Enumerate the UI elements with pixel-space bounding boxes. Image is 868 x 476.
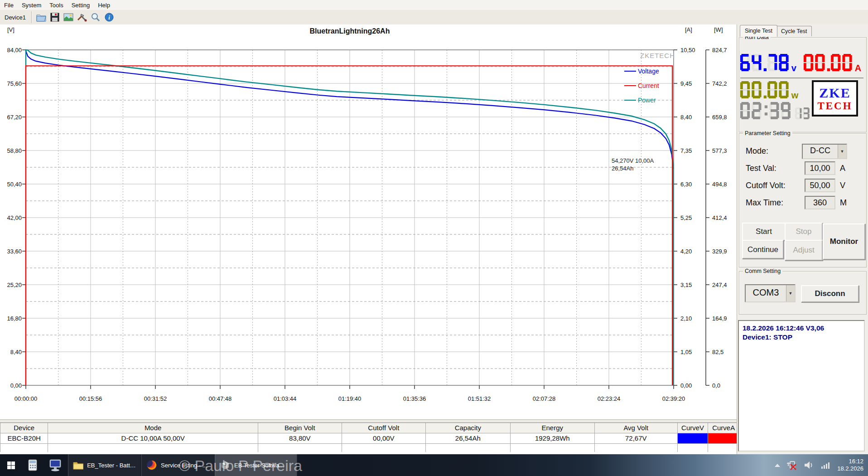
menu-help[interactable]: Help xyxy=(94,1,114,10)
save-icon[interactable] xyxy=(48,11,62,24)
calculator-icon xyxy=(28,459,37,471)
info-icon[interactable]: i xyxy=(102,11,116,24)
power-disconnected-icon[interactable] xyxy=(786,460,797,471)
speaker-icon[interactable] xyxy=(804,461,815,470)
x-axis-time-tick: 02:23:24 xyxy=(593,395,624,402)
mode-select[interactable]: D-CC ▼ xyxy=(802,144,847,159)
legend-item-voltage: Voltage xyxy=(624,64,675,78)
menu-file[interactable]: File xyxy=(0,1,18,10)
y-axis-watt-tick: 82,5 xyxy=(712,349,737,355)
monitor-button[interactable]: Monitor xyxy=(823,223,865,260)
y-axis-volt-tick: 58,80 xyxy=(0,147,22,154)
x-axis-time-tick: 01:35:36 xyxy=(399,395,430,402)
legend-label-current: Current xyxy=(638,82,659,89)
current-line-swatch xyxy=(624,85,636,86)
y-axis-amp-tick: 6,30 xyxy=(680,181,703,188)
toolbar-separator xyxy=(31,11,32,23)
logo-zke-text: ZKE xyxy=(819,86,850,100)
y-axis-volt-tick: 84,00 xyxy=(0,47,22,53)
log-line-1: 18.2.2026 16:12:46 V3,06 xyxy=(743,324,860,333)
y-axis-volt-tick: 42,00 xyxy=(0,214,22,221)
adjust-button[interactable]: Adjust xyxy=(785,240,823,261)
taskbar-button-eb-tester-app[interactable]: EB Tester Softwa... xyxy=(215,454,297,476)
y-axis-amp-tick: 8,40 xyxy=(680,114,703,121)
cell-capacity: 26,54Ah xyxy=(426,433,511,443)
taskbar-button-browser[interactable]: Service listing - ... xyxy=(141,454,215,476)
curve-a-color-swatch xyxy=(708,433,739,443)
parameter-setting-label: Parameter Setting xyxy=(743,130,792,136)
voltage-line-swatch xyxy=(624,71,636,72)
taskbar: EB_Tester - Batte... Service listing - .… xyxy=(0,454,868,476)
tray-clock[interactable]: 16:12 18.2.2026 xyxy=(837,458,863,472)
y-axis-volt-tick: 0,00 xyxy=(0,382,22,389)
tray-time: 16:12 xyxy=(837,458,863,465)
log-line-2: Device1: STOP xyxy=(743,333,860,342)
export-image-icon[interactable] xyxy=(62,11,75,24)
menu-tools[interactable]: Tools xyxy=(45,1,67,10)
x-axis-time-tick: 01:19:40 xyxy=(334,395,365,402)
windows-logo-icon xyxy=(7,461,15,469)
y-axis-volt-tick: 67,20 xyxy=(0,114,22,121)
network-signal-icon[interactable] xyxy=(821,461,831,469)
chart-legend: ZKETECH Voltage Current Power xyxy=(624,52,675,107)
tab-single-test[interactable]: Single Test xyxy=(740,25,777,37)
device-label: Device1 xyxy=(0,14,30,21)
comm-setting-label: Comm Setting xyxy=(743,268,782,274)
menu-system[interactable]: System xyxy=(18,1,45,10)
tray-expand-icon[interactable] xyxy=(775,464,780,467)
log-box[interactable]: 18.2.2026 16:12:46 V3,06 Device1: STOP xyxy=(738,320,865,452)
y-axis-volt-tick: 8,40 xyxy=(0,349,22,355)
calculator-taskbar-icon[interactable] xyxy=(22,454,43,476)
power-display: w xyxy=(740,81,798,100)
start-button-windows[interactable] xyxy=(0,454,22,476)
test-val-input[interactable]: 10,00 xyxy=(805,161,835,175)
col-mode: Mode xyxy=(48,423,258,433)
tools-icon[interactable] xyxy=(75,11,89,24)
chevron-down-icon[interactable]: ▼ xyxy=(838,145,846,158)
taskbar-button-label: Service listing - ... xyxy=(161,462,207,469)
mode-label: Mode: xyxy=(746,146,768,156)
summary-data-row[interactable]: EBC-B20H D-CC 10,00A 50,00V 83,80V 00,00… xyxy=(0,433,739,444)
taskbar-button-label: EB_Tester - Batte... xyxy=(87,462,136,469)
continue-button[interactable]: Continue xyxy=(742,240,784,259)
annotation-volt-amp: 54,270V 10,00A xyxy=(612,157,667,165)
test-val-unit: A xyxy=(840,164,845,173)
cutoff-volt-input[interactable]: 50,00 xyxy=(805,179,835,192)
menu-setting[interactable]: Setting xyxy=(68,1,94,10)
y-axis-watt-tick: 577,3 xyxy=(712,147,737,154)
disconnect-button[interactable]: Disconn xyxy=(801,285,859,302)
max-time-label: Max Time: xyxy=(746,198,783,208)
parameter-setting-group: Parameter Setting Mode: D-CC ▼ Test Val:… xyxy=(739,133,867,267)
y-axis-amp-tick: 1,05 xyxy=(680,349,703,355)
curve-v-color-swatch xyxy=(678,433,709,443)
start-button[interactable]: Start xyxy=(742,223,786,241)
chevron-down-icon[interactable]: ▼ xyxy=(786,285,795,301)
cursor-annotation: 54,270V 10,00A 26,54Ah xyxy=(612,157,667,172)
current-display: A xyxy=(804,54,861,73)
zoom-icon[interactable] xyxy=(89,11,102,24)
y-axis-volt-tick: 16,80 xyxy=(0,315,22,322)
zketech-watermark: ZKETECH xyxy=(624,52,675,59)
logo-tech-text: TECH xyxy=(817,101,852,111)
computer-taskbar-icon[interactable] xyxy=(43,454,68,476)
open-file-icon[interactable] xyxy=(34,11,48,24)
svg-text:i: i xyxy=(108,14,110,21)
run-data-divider xyxy=(740,78,863,78)
max-time-input[interactable]: 360 xyxy=(805,196,835,209)
com-port-value: COM3 xyxy=(746,285,786,301)
test-val-label: Test Val: xyxy=(746,164,776,173)
y-axis-watt-tick: 247,4 xyxy=(712,282,737,288)
y-axis-amp-tick: 7,35 xyxy=(680,147,703,154)
max-time-unit: M xyxy=(840,198,847,208)
y-axis-amp-tick: 9,45 xyxy=(680,80,703,87)
taskbar-button-label: EB Tester Softwa... xyxy=(234,462,284,469)
x-axis-time-tick: 00:31:52 xyxy=(140,395,171,402)
com-port-select[interactable]: COM3 ▼ xyxy=(745,284,796,302)
y-axis-amp-tick: 2,10 xyxy=(680,315,703,322)
taskbar-button-eb-tester-folder[interactable]: EB_Tester - Batte... xyxy=(68,454,141,476)
summary-empty-row xyxy=(0,444,739,452)
mode-value: D-CC xyxy=(803,145,838,158)
x-axis-time-tick: 02:07:28 xyxy=(529,395,559,402)
stop-button[interactable]: Stop xyxy=(785,223,823,241)
tab-cycle-test[interactable]: Cycle Test xyxy=(776,26,812,36)
